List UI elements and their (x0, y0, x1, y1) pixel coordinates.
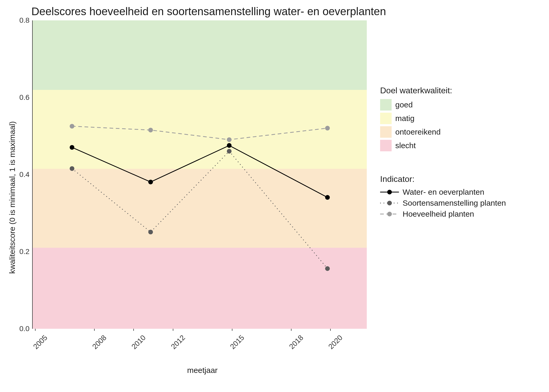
data-point (325, 126, 330, 130)
x-tick: 2018 (288, 333, 305, 351)
legend-line-sample (380, 188, 399, 196)
data-point (70, 124, 74, 129)
x-axis-ticks: 2005200820102012201520182020 (35, 329, 370, 350)
legend-band-item: matig (380, 113, 506, 124)
legend-line-sample (380, 199, 399, 207)
legend-label: Hoeveelheid planten (403, 210, 474, 218)
x-tick-mark (35, 329, 36, 331)
data-point (148, 180, 153, 184)
legend-line-sample (380, 210, 399, 218)
data-point (227, 149, 232, 154)
plot-area (32, 20, 367, 329)
x-tick: 2020 (327, 333, 345, 351)
legend-label: Water- en oeverplanten (403, 188, 484, 197)
data-point (325, 195, 330, 200)
x-tick-mark (291, 329, 291, 331)
legend-label: Soortensamenstelling planten (403, 199, 506, 207)
series-line (72, 151, 327, 269)
legend-bands: Doel waterkwaliteit: goedmatigontoereike… (380, 86, 506, 153)
y-axis-label: kwaliteitscore (0 is minimaal, 1 is maxi… (5, 121, 19, 274)
chart-body: kwaliteitscore (0 is minimaal, 1 is maxi… (5, 20, 544, 375)
x-tick: 2012 (169, 333, 187, 351)
x-tick-mark (232, 329, 232, 331)
x-tick-mark (330, 329, 331, 331)
series-line (72, 126, 327, 140)
x-tick-mark (94, 329, 95, 331)
y-axis-ticks: 0.80.60.40.20.0 (19, 20, 32, 329)
x-tick-mark (133, 329, 134, 331)
legend-series-item: Water- en oeverplanten (380, 188, 506, 197)
data-point (70, 166, 74, 171)
data-point (70, 145, 74, 150)
data-point (148, 128, 153, 132)
x-tick: 2015 (228, 333, 246, 351)
legend-series-title: Indicator: (380, 174, 506, 184)
legend-series-item: Soortensamenstelling planten (380, 199, 506, 207)
chart: Deelscores hoeveelheid en soortensamenst… (5, 5, 544, 375)
legend-label: slecht (395, 141, 416, 150)
plot-with-axes: 0.80.60.40.20.0 200520082010201220152018… (19, 20, 370, 375)
x-axis-label: meetjaar (35, 366, 370, 375)
legend-label: goed (395, 100, 413, 109)
legend: Doel waterkwaliteit: goedmatigontoereike… (380, 20, 506, 221)
legend-swatch (380, 113, 392, 124)
svg-point-5 (387, 212, 392, 216)
lines-layer (33, 20, 367, 328)
data-point (227, 137, 232, 142)
svg-point-1 (387, 190, 392, 194)
legend-swatch (380, 140, 392, 151)
data-point (325, 266, 330, 271)
legend-label: matig (395, 114, 414, 123)
series-line (72, 146, 327, 198)
legend-band-item: ontoereikend (380, 126, 506, 138)
x-tick: 2010 (130, 333, 148, 351)
legend-swatch (380, 126, 392, 138)
legend-swatch (380, 99, 392, 111)
data-point (148, 230, 153, 234)
legend-band-item: slecht (380, 140, 506, 151)
chart-title: Deelscores hoeveelheid en soortensamenst… (31, 5, 544, 18)
legend-band-item: goed (380, 99, 506, 111)
x-tick-mark (173, 329, 173, 331)
legend-series: Indicator: Water- en oeverplantenSoorten… (380, 174, 506, 221)
svg-point-3 (387, 201, 392, 205)
data-point (227, 143, 232, 148)
x-tick: 2008 (91, 333, 108, 351)
legend-label: ontoereikend (395, 128, 441, 136)
legend-series-item: Hoeveelheid planten (380, 210, 506, 218)
legend-bands-title: Doel waterkwaliteit: (380, 86, 506, 95)
